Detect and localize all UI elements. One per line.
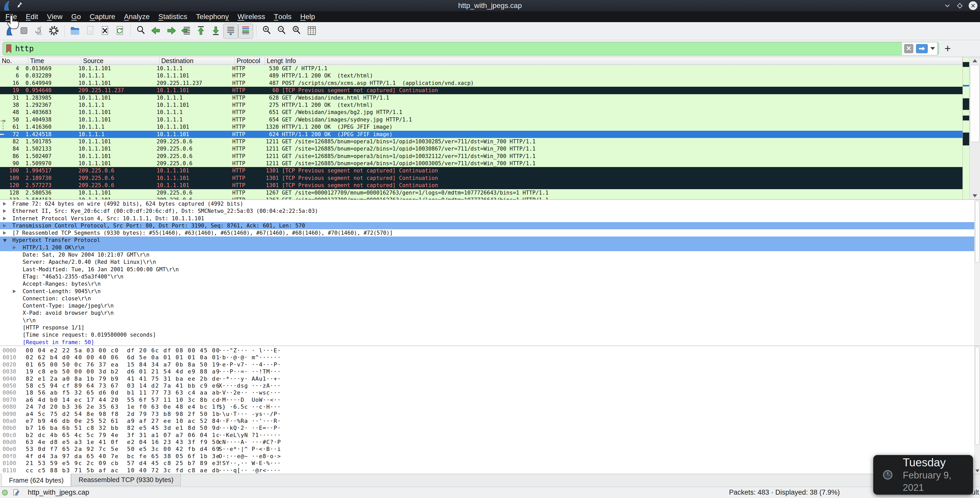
expand-arrow-icon[interactable] <box>13 246 16 249</box>
packet-row[interactable]: 481.40368310.1.1.10110.1.1.1HTTP651GET /… <box>0 109 963 116</box>
column-header-time[interactable]: Time <box>28 57 81 65</box>
expert-info-icon[interactable] <box>2 489 8 496</box>
packet-row[interactable]: 1001.994517209.225.0.610.1.1.101HTTP1301… <box>0 167 963 174</box>
go-to-packet-button[interactable] <box>178 24 193 38</box>
detail-row[interactable]: Date: Sat, 20 Nov 2004 10:21:07 GMT\r\n <box>0 251 974 259</box>
expand-arrow-icon[interactable] <box>13 289 16 293</box>
open-file-button[interactable] <box>68 24 83 38</box>
hex-row[interactable]: 005058 c5 94 cf 89 64 73 67 03 14 d2 7a … <box>0 382 974 389</box>
menu-telephony[interactable]: Telephony <box>192 11 233 22</box>
statusbar-filename[interactable]: http_with_jpegs.cap <box>28 488 89 496</box>
colorize-toggle[interactable] <box>238 24 253 38</box>
resize-columns-button[interactable] <box>304 24 319 38</box>
hex-row[interactable]: 003019 c8 eb 50 00 00 3d b2 d6 01 21 54 … <box>0 368 974 375</box>
hex-row[interactable]: 004082 e1 2a a0 8a 1b 79 b9 41 41 75 31 … <box>0 375 974 382</box>
menu-statistics[interactable]: Statistics <box>154 11 192 22</box>
byte-view-tab[interactable]: Frame (624 bytes) <box>2 474 71 487</box>
detail-row[interactable]: Connection: close\r\n <box>0 295 974 302</box>
packet-row[interactable]: 721.42451810.1.1.110.1.1.101HTTP624HTTP/… <box>0 131 963 138</box>
filter-history-dropdown[interactable] <box>931 47 935 50</box>
packet-row[interactable]: 40.01366910.1.1.10110.1.1.1HTTP530GET / … <box>0 65 963 72</box>
packet-row[interactable]: 1092.189730209.225.0.610.1.1.101HTTP1301… <box>0 174 963 182</box>
detail-row[interactable]: [7 Reassembled TCP Segments (9330 bytes)… <box>0 229 974 236</box>
hex-row[interactable]: 00b0b7 16 ba 6b 51 c8 32 bb 82 e5 45 3d … <box>0 425 974 431</box>
hex-row[interactable]: 00c0b2 dc 4b 65 4c 5c 79 4e 3f 31 a1 07 … <box>0 432 974 439</box>
packet-list-minimap[interactable] <box>963 57 969 200</box>
go-back-button[interactable] <box>149 24 164 38</box>
filter-clear-button[interactable]: ✕ <box>904 44 913 53</box>
packet-row[interactable]: 311.28398510.1.1.10110.1.1.1HTTP628GET /… <box>0 94 963 101</box>
expand-arrow-icon[interactable] <box>3 202 6 206</box>
packet-row[interactable]: 160.64994910.1.1.101209.225.11.237HTTP48… <box>0 80 963 87</box>
packet-row[interactable]: 1202.577273209.225.0.610.1.1.101HTTP1301… <box>0 182 963 189</box>
detail-row[interactable]: Frame 72: 624 bytes on wire (4992 bits),… <box>0 200 974 208</box>
packet-row[interactable]: 821.50178510.1.1.101209.225.0.6HTTP1211G… <box>0 138 963 145</box>
detail-row[interactable]: [HTTP response 1/1] <box>0 324 974 331</box>
hex-row[interactable]: 00f04f d4 3a 97 da 65 40 7e bc fe 65 38 … <box>0 453 974 460</box>
go-forward-button[interactable] <box>164 24 178 38</box>
expand-arrow-icon[interactable] <box>3 209 6 213</box>
packet-row[interactable]: 611.41636010.1.1.110.1.1.101HTTP1320HTTP… <box>0 123 963 131</box>
zoom-out-button[interactable] <box>274 24 290 38</box>
packet-list-scroll-thumb[interactable] <box>970 65 980 142</box>
auto-scroll-toggle[interactable] <box>223 24 238 38</box>
close-button[interactable] <box>969 1 977 10</box>
column-header-info[interactable]: Info <box>283 57 963 65</box>
menu-view[interactable]: View <box>43 11 67 22</box>
find-packet-button[interactable] <box>134 24 149 38</box>
packet-row[interactable]: 190.954640209.225.11.23710.1.1.101HTTP60… <box>0 87 963 94</box>
detail-row[interactable]: [Time since request: 0.019580000 seconds… <box>0 331 974 338</box>
minimize-button[interactable] <box>944 2 951 9</box>
packet-row[interactable]: 1332.58415310.1.1.101209.225.0.6HTTP1267… <box>0 196 963 200</box>
go-first-packet-button[interactable] <box>193 24 208 38</box>
column-header-destination[interactable]: Destination <box>159 57 235 65</box>
hex-row[interactable]: 00d063 4e d8 e5 a3 1e 41 0f e2 04 16 23 … <box>0 439 974 445</box>
detail-row[interactable]: X-Pad: avoid browser bug\r\n <box>0 310 974 316</box>
packet-row[interactable]: 1282.58053610.1.1.101209.225.0.6HTTP1267… <box>0 189 963 196</box>
packet-row[interactable]: 861.50240710.1.1.101209.225.0.6HTTP1211G… <box>0 153 963 160</box>
hex-row[interactable]: 001002 62 b4 d0 40 00 40 06 6d 5e 0a 01 … <box>0 354 974 361</box>
packet-list-scrollbar[interactable] <box>969 57 980 200</box>
detail-row[interactable]: Ethernet II, Src: Kye_20:6c:df (00:c0:df… <box>0 208 974 215</box>
packet-row[interactable]: 841.50213310.1.1.101209.225.0.6HTTP1211G… <box>0 145 963 152</box>
detail-row[interactable]: Content-Type: image/jpeg\r\n <box>0 302 974 310</box>
reload-file-button[interactable] <box>112 24 127 38</box>
column-header-protocol[interactable]: Protocol <box>235 57 265 65</box>
packet-row[interactable]: 60.03228910.1.1.110.1.1.101HTTP489HTTP/1… <box>0 72 963 79</box>
byte-view-tab[interactable]: Reassembled TCP (9330 bytes) <box>71 474 181 486</box>
hex-scrollbar[interactable] <box>974 346 980 474</box>
menu-capture[interactable]: Capture <box>85 11 119 22</box>
detail-row[interactable]: Accept-Ranges: bytes\r\n <box>0 280 974 287</box>
column-header-source[interactable]: Source <box>81 57 159 65</box>
expand-arrow-icon[interactable] <box>3 224 6 228</box>
filter-bookmark-icon[interactable] <box>5 44 13 54</box>
hex-row[interactable]: 00a0e7 b9 46 db 0e 25 52 61 a9 af 27 ee … <box>0 417 974 425</box>
details-scrollbar[interactable] <box>974 200 980 346</box>
expand-arrow-icon[interactable] <box>3 231 6 235</box>
menu-go[interactable]: Go <box>67 11 85 22</box>
detail-row[interactable]: \r\n <box>0 317 974 324</box>
hex-row[interactable]: 006018 56 ab f5 32 65 d6 0d b1 11 77 73 … <box>0 389 974 396</box>
hex-row[interactable]: 010021 53 59 e5 9c 2c 09 cb 57 d4 45 c8 … <box>0 460 974 467</box>
hex-row[interactable]: 000000 04 e2 22 5a 03 00 c0 df 20 6c df … <box>0 347 974 354</box>
hex-row[interactable]: 0070a6 4d b0 14 ec 17 44 20 55 6f 57 11 … <box>0 396 974 403</box>
detail-row[interactable]: ETag: "46a51-2355-d5a3f400"\r\n <box>0 273 974 280</box>
hex-row[interactable]: 0090a4 5c 75 d2 54 8e 98 f8 2d 79 73 b8 … <box>0 410 974 417</box>
go-last-packet-button[interactable] <box>208 24 223 38</box>
detail-row[interactable]: Content-Length: 9045\r\n <box>0 288 974 295</box>
close-file-button[interactable] <box>97 24 112 38</box>
zoom-100-button[interactable] <box>290 24 304 38</box>
column-header-length[interactable]: Length <box>265 57 283 65</box>
detail-row[interactable]: [Request in frame: 50] <box>0 339 974 346</box>
packet-row[interactable]: 381.29236710.1.1.110.1.1.101HTTP275HTTP/… <box>0 101 963 109</box>
maximize-button[interactable] <box>956 2 963 9</box>
filter-add-button[interactable]: + <box>945 43 951 55</box>
save-file-button[interactable] <box>83 24 97 38</box>
expand-arrow-icon[interactable] <box>3 217 6 220</box>
restart-capture-button[interactable] <box>31 24 46 38</box>
detail-row[interactable]: Transmission Control Protocol, Src Port:… <box>0 222 974 229</box>
detail-row[interactable]: Last-Modified: Tue, 16 Jan 2001 05:00:00… <box>0 266 974 273</box>
capture-options-button[interactable] <box>46 24 61 38</box>
hex-scroll-down-icon[interactable] <box>975 468 980 474</box>
menu-analyze[interactable]: Analyze <box>119 11 154 22</box>
